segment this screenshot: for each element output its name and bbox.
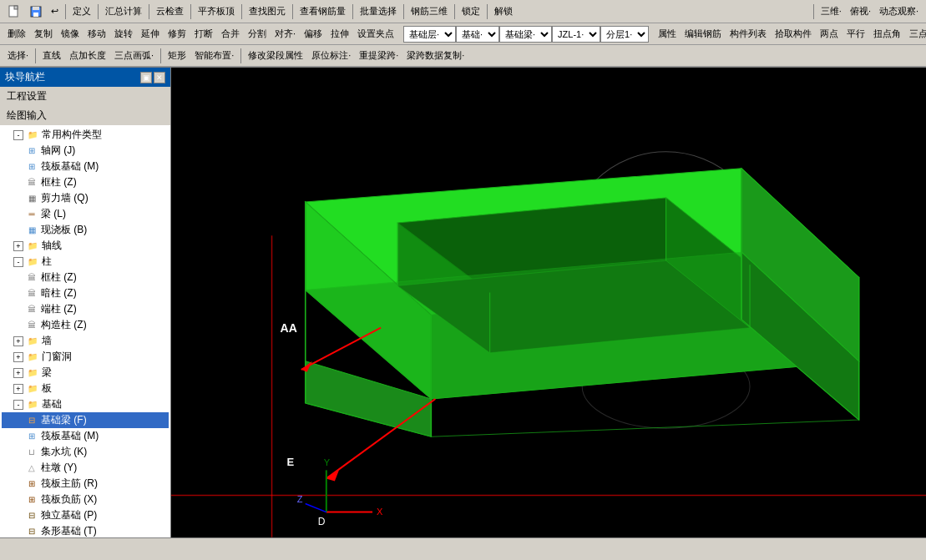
modify-beam-seg-button[interactable]: 修改梁段属性: [245, 48, 306, 63]
expand-wall[interactable]: +: [13, 336, 23, 346]
main-layout: 块导航栏 ▣ ✕ 工程设置 绘图输入 - 📁 常用构件类型 ⊞ 轴网 (J): [0, 68, 926, 537]
three-point-arc-button[interactable]: 三点画弧·: [111, 48, 157, 63]
foundation-beam-dropdown[interactable]: 基础梁·: [499, 26, 552, 43]
trim-button[interactable]: 修剪: [164, 27, 190, 41]
expand-col[interactable]: -: [13, 257, 23, 267]
rect-button[interactable]: 矩形: [164, 48, 190, 63]
angle-button[interactable]: 扭点角: [870, 27, 904, 41]
expand-doorwin[interactable]: +: [13, 352, 23, 362]
sep11: [813, 4, 814, 19]
expand-slab[interactable]: +: [13, 384, 23, 394]
view-rebar-button[interactable]: 查看钢筋量: [296, 4, 349, 18]
tree-common-types[interactable]: - 📁 常用构件类型: [2, 127, 169, 143]
jzl-dropdown[interactable]: JZL-1·: [552, 26, 600, 43]
tree-construct-col[interactable]: 🏛 构造柱 (Z): [2, 317, 169, 333]
mirror-button[interactable]: 镜像: [58, 27, 83, 41]
re-extract-span-button[interactable]: 重提梁跨·: [356, 48, 402, 63]
tree-foundation-folder[interactable]: - 📁 基础: [2, 396, 169, 412]
component-list-button[interactable]: 构件列表: [726, 27, 770, 41]
tree-raft2[interactable]: ⊞ 筏板基础 (M): [2, 428, 169, 444]
tree-raft[interactable]: ⊞ 筏板基础 (M): [2, 159, 169, 174]
tree-col-folder[interactable]: - 📁 柱: [2, 254, 169, 270]
tree-slab-folder[interactable]: + 📁 板: [2, 381, 169, 396]
two-point-button[interactable]: 两点: [817, 27, 842, 41]
tree-end-col[interactable]: 🏛 端柱 (Z): [2, 301, 169, 317]
unlock-button[interactable]: 解锁: [491, 4, 516, 18]
tree-axis-net[interactable]: ⊞ 轴网 (J): [2, 143, 169, 159]
sidebar-section-draw[interactable]: 绘图输入: [0, 106, 170, 125]
tree-beam1[interactable]: ═ 梁 (L): [2, 206, 169, 222]
point-length-button[interactable]: 点加长度: [66, 48, 109, 63]
dynamic-obs-button[interactable]: 动态观察·: [876, 4, 922, 18]
offset-button[interactable]: 偏移: [301, 27, 326, 41]
pick-component-button[interactable]: 拾取构件: [772, 27, 815, 41]
sidebar-close-button[interactable]: ✕: [154, 72, 165, 83]
sep9: [454, 4, 455, 19]
stretch-button[interactable]: 拉伸: [327, 27, 352, 41]
parallel-button[interactable]: 平行: [843, 27, 868, 41]
original-mark-button[interactable]: 原位标注·: [308, 48, 354, 63]
move-button[interactable]: 移动: [84, 27, 109, 41]
edit-rebar-button[interactable]: 编辑钢筋: [681, 27, 725, 41]
calc-button[interactable]: 汇总计算: [102, 4, 145, 18]
raft-icon-2: ⊞: [25, 430, 38, 443]
tree-label-common: 常用构件类型: [42, 128, 102, 142]
expand-beam[interactable]: +: [13, 368, 23, 378]
smart-place-button[interactable]: 智能布置·: [191, 48, 237, 63]
3d-view-button[interactable]: 三维·: [817, 4, 845, 18]
find-element-button[interactable]: 查找图元: [245, 4, 289, 18]
align-button[interactable]: 对齐·: [271, 27, 299, 41]
expand-common[interactable]: -: [13, 130, 23, 140]
rotate-button[interactable]: 旋转: [111, 27, 136, 41]
tree-label-constructcol: 构造柱 (Z): [41, 318, 87, 332]
delete-button[interactable]: 删除: [4, 27, 29, 41]
define-button[interactable]: 定义: [69, 4, 94, 18]
tree-beam-folder[interactable]: + 📁 梁: [2, 365, 169, 381]
sublayer-dropdown[interactable]: 分层1·: [600, 26, 649, 43]
level-board-button[interactable]: 平齐板顶: [195, 4, 238, 18]
expand-axis[interactable]: +: [13, 241, 23, 251]
tree-foundation-beam[interactable]: ⊟ 基础梁 (F): [2, 412, 169, 428]
new-button[interactable]: [4, 4, 24, 19]
tree-shear-wall[interactable]: ▦ 剪力墙 (Q): [2, 190, 169, 206]
tree-isolated-found[interactable]: ⊟ 独立基础 (P): [2, 507, 169, 523]
batch-select-button[interactable]: 批量选择: [357, 4, 400, 18]
tree-frame-col[interactable]: 🏛 框柱 (Z): [2, 174, 169, 190]
lock-button[interactable]: 锁定: [458, 4, 483, 18]
tree-dark-col[interactable]: 🏛 暗柱 (Z): [2, 285, 169, 301]
floor-layer-dropdown[interactable]: 基础层·: [403, 26, 456, 43]
top-view-button[interactable]: 俯视·: [847, 4, 874, 18]
expand-foundation[interactable]: -: [13, 400, 23, 410]
tree-wall-folder[interactable]: + 📁 墙: [2, 333, 169, 349]
tree-col-pier[interactable]: △ 柱墩 (Y): [2, 460, 169, 476]
setpoint-button[interactable]: 设置夹点: [354, 27, 397, 41]
copy-span-data-button[interactable]: 梁跨数据复制·: [403, 48, 468, 63]
tree-slab[interactable]: ▦ 现浇板 (B): [2, 222, 169, 238]
sidebar-pin-button[interactable]: ▣: [140, 72, 152, 83]
tree-label-col: 柱: [42, 255, 52, 269]
tree-sump[interactable]: ⊔ 集水坑 (K): [2, 444, 169, 460]
split-button[interactable]: 分割: [245, 27, 270, 41]
cloud-check-button[interactable]: 云检查: [153, 4, 187, 18]
save-button[interactable]: [26, 4, 46, 19]
line-button[interactable]: 直线: [39, 48, 64, 63]
properties-button[interactable]: 属性: [655, 27, 680, 41]
tree-strip-found[interactable]: ⊟ 条形基础 (T): [2, 523, 169, 537]
foundation-dropdown[interactable]: 基础·: [456, 26, 499, 43]
merge-button[interactable]: 合并: [218, 27, 243, 41]
viewport[interactable]: AA E D X Y Z: [171, 68, 926, 537]
select-button[interactable]: 选择·: [4, 48, 32, 63]
sidebar-tree[interactable]: - 📁 常用构件类型 ⊞ 轴网 (J) ⊞ 筏板基础 (M) 🏛 框柱 (Z) …: [0, 125, 170, 537]
rebar-3d-button[interactable]: 钢筋三维: [407, 4, 451, 18]
undo-button[interactable]: ↩: [48, 5, 62, 18]
tree-axis-folder[interactable]: + 📁 轴线: [2, 238, 169, 254]
tree-frame-col2[interactable]: 🏛 框柱 (Z): [2, 270, 169, 285]
break-button[interactable]: 打断: [191, 27, 216, 41]
tree-raft-neg-rebar[interactable]: ⊞ 筏板负筋 (X): [2, 492, 169, 507]
tree-raft-main-rebar[interactable]: ⊞ 筏板主筋 (R): [2, 476, 169, 492]
extend-button[interactable]: 延伸: [138, 27, 163, 41]
copy-button[interactable]: 复制: [31, 27, 56, 41]
tree-doorwin-folder[interactable]: + 📁 门窗洞: [2, 349, 169, 365]
three-point-aux-button[interactable]: 三点辅线: [906, 27, 926, 41]
sidebar-section-project[interactable]: 工程设置: [0, 87, 170, 106]
